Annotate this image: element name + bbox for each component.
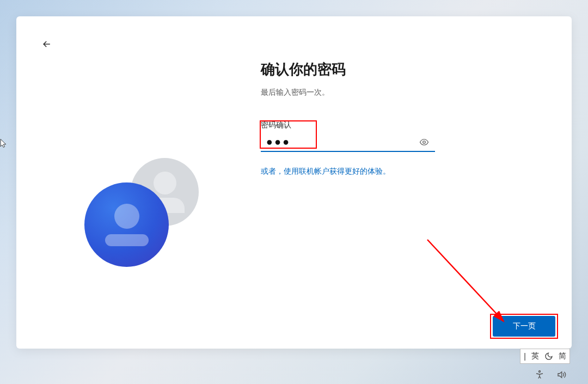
volume-icon[interactable]	[556, 370, 566, 380]
password-field-wrap	[261, 132, 435, 152]
accessibility-icon[interactable]	[535, 370, 544, 380]
page-subtitle: 最后输入密码一次。	[261, 88, 539, 97]
left-illustration-pane	[16, 46, 261, 349]
svg-point-2	[539, 371, 541, 373]
mouse-cursor-icon	[0, 138, 9, 150]
ime-lang-english[interactable]: 英	[531, 351, 539, 361]
right-form-pane: 确认你的密码 最后输入密码一次。 密码确认 或者，使用联机帐户获得更好的体验。	[261, 46, 572, 349]
password-confirm-input[interactable]	[261, 132, 435, 152]
ime-language-bar[interactable]: | 英 简	[520, 349, 570, 364]
eye-icon	[419, 137, 429, 147]
moon-icon[interactable]	[544, 352, 553, 361]
svg-point-0	[423, 141, 426, 144]
content-row: 确认你的密码 最后输入密码一次。 密码确认 或者，使用联机帐户获得更好的体验。	[16, 16, 572, 349]
ime-divider: |	[524, 352, 526, 361]
avatar-primary-icon	[84, 182, 169, 267]
oobe-setup-card: 确认你的密码 最后输入密码一次。 密码确认 或者，使用联机帐户获得更好的体验。 …	[16, 16, 572, 349]
online-account-link[interactable]: 或者，使用联机帐户获得更好的体验。	[261, 167, 390, 175]
page-title: 确认你的密码	[261, 60, 539, 79]
password-label: 密码确认	[261, 120, 539, 130]
ime-lang-simplified[interactable]: 简	[559, 351, 566, 361]
reveal-password-button[interactable]	[416, 135, 432, 150]
next-button[interactable]: 下一页	[493, 316, 555, 337]
system-tray	[535, 370, 566, 380]
